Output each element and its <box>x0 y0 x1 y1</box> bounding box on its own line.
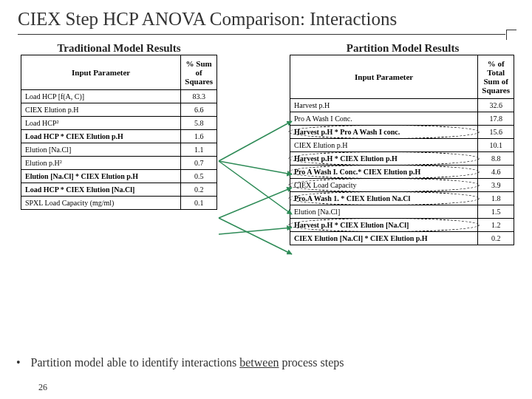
right-param-cell: Pro A Wash I Conc. <box>290 112 478 126</box>
svg-line-1 <box>219 161 292 174</box>
right-param-cell: Harvest p.H * Pro A Wash I conc. <box>290 126 478 139</box>
svg-line-5 <box>219 228 292 234</box>
table-row: Load HCP [f(A, C)]83.3 <box>21 90 217 103</box>
partition-table: Input Parameter % of Total Sum of Square… <box>290 55 514 245</box>
bullet-post: process steps <box>279 356 344 369</box>
left-value-cell: 83.3 <box>181 90 217 103</box>
table-row: Pro A Wash I. Conc.* CIEX Elution p.H4.6 <box>290 166 514 179</box>
left-value-cell: 0.2 <box>181 183 217 197</box>
right-value-cell: 1.5 <box>478 205 514 219</box>
left-value-cell: 5.8 <box>181 117 217 130</box>
highlight-ellipse <box>288 178 480 192</box>
left-value-cell: 0.5 <box>181 170 217 183</box>
svg-line-2 <box>219 161 292 214</box>
table-row: Load HCP * CIEX Elution [Na.Cl]0.2 <box>21 183 217 197</box>
bullet-pre: Partition model able to identify interac… <box>31 356 240 369</box>
table-row: Harvest p.H * CIEX Elution p.H8.8 <box>290 152 514 166</box>
bullet-icon: • <box>16 356 21 369</box>
right-value-cell: 1.2 <box>478 219 514 232</box>
right-table-block: Partition Model Results Input Parameter … <box>290 42 516 245</box>
right-col1-header: Input Parameter <box>290 55 478 99</box>
left-value-cell: 0.7 <box>181 157 217 170</box>
right-subtitle: Partition Model Results <box>290 42 516 55</box>
left-table-block: Traditional Model Results Input Paramete… <box>21 42 217 210</box>
highlight-ellipse <box>288 218 480 232</box>
left-param-cell: Load HCP * CIEX Elution p.H <box>21 130 181 143</box>
left-param-cell: Load HCP [f(A, C)] <box>21 90 181 103</box>
left-subtitle: Traditional Model Results <box>21 42 217 55</box>
slide-number: 26 <box>38 382 47 393</box>
right-param-cell: Pro.A Wash 1. * CIEX Elution Na.Cl <box>290 192 478 205</box>
traditional-table: Input Parameter % Sum of Squares Load HC… <box>21 55 217 210</box>
table-row: CIEX Elution [Na.Cl] * CIEX Elution p.H0… <box>290 232 514 245</box>
left-param-cell: CIEX Elution p.H <box>21 103 181 117</box>
table-row: Load HCP * CIEX Elution p.H1.6 <box>21 130 217 143</box>
left-param-cell: Load HCP² <box>21 117 181 130</box>
right-param-cell: Harvest p.H * CIEX Elution p.H <box>290 152 478 166</box>
table-row: Pro.A Wash 1. * CIEX Elution Na.Cl1.8 <box>290 192 514 205</box>
right-value-cell: 8.8 <box>478 152 514 166</box>
table-row: Harvest p.H * Pro A Wash I conc.15.6 <box>290 126 514 139</box>
table-row: Pro A Wash I Conc.17.8 <box>290 112 514 126</box>
svg-line-3 <box>219 188 292 218</box>
table-row: Harvest p.H32.6 <box>290 99 514 112</box>
table-row: CIEX Elution p.H6.6 <box>21 103 217 117</box>
table-row: CIEX Elution p.H10.1 <box>290 139 514 152</box>
right-value-cell: 3.9 <box>478 179 514 192</box>
right-col2-header: % of Total Sum of Squares <box>478 55 514 99</box>
highlight-ellipse <box>288 125 480 139</box>
bullet-uline: between <box>239 356 279 369</box>
highlight-ellipse <box>288 151 480 166</box>
right-value-cell: 4.6 <box>478 166 514 179</box>
table-row: SPXL Load Capacity (mg/ml)0.1 <box>21 197 217 210</box>
left-value-cell: 6.6 <box>181 103 217 117</box>
title-decoration <box>506 30 516 40</box>
svg-line-4 <box>219 218 292 254</box>
page-title: CIEX Step HCP ANOVA Comparison: Interact… <box>18 9 505 35</box>
right-param-cell: Harvest p.H <box>290 99 478 112</box>
right-value-cell: 32.6 <box>478 99 514 112</box>
right-value-cell: 17.8 <box>478 112 514 126</box>
left-value-cell: 1.6 <box>181 130 217 143</box>
table-row: Elution [Na.Cl]1.1 <box>21 143 217 157</box>
table-row: CIEX Load Capacity3.9 <box>290 179 514 192</box>
right-param-cell: Elution [Na.Cl] <box>290 205 478 219</box>
left-col1-header: Input Parameter <box>21 55 181 90</box>
highlight-ellipse <box>288 191 480 205</box>
conclusion-bullet: • Partition model able to identify inter… <box>16 356 344 369</box>
right-param-cell: CIEX Elution p.H <box>290 139 478 152</box>
table-row: Elution p.H²0.7 <box>21 157 217 170</box>
left-param-cell: Load HCP * CIEX Elution [Na.Cl] <box>21 183 181 197</box>
left-param-cell: Elution p.H² <box>21 157 181 170</box>
right-value-cell: 1.8 <box>478 192 514 205</box>
right-param-cell: Harvest p.H * CIEX Elution [Na.Cl] <box>290 219 478 232</box>
highlight-ellipse <box>288 165 480 179</box>
table-row: Elution [Na.Cl]1.5 <box>290 205 514 219</box>
right-value-cell: 10.1 <box>478 139 514 152</box>
right-param-cell: CIEX Load Capacity <box>290 179 478 192</box>
left-param-cell: SPXL Load Capacity (mg/ml) <box>21 197 181 210</box>
left-value-cell: 1.1 <box>181 143 217 157</box>
right-param-cell: CIEX Elution [Na.Cl] * CIEX Elution p.H <box>290 232 478 245</box>
right-param-cell: Pro A Wash I. Conc.* CIEX Elution p.H <box>290 166 478 179</box>
left-param-cell: Elution [Na.Cl] * CIEX Elution p.H <box>21 170 181 183</box>
table-row: Harvest p.H * CIEX Elution [Na.Cl]1.2 <box>290 219 514 232</box>
left-value-cell: 0.1 <box>181 197 217 210</box>
table-row: Load HCP²5.8 <box>21 117 217 130</box>
left-param-cell: Elution [Na.Cl] <box>21 143 181 157</box>
table-row: Elution [Na.Cl] * CIEX Elution p.H0.5 <box>21 170 217 183</box>
svg-line-0 <box>219 121 292 161</box>
right-value-cell: 0.2 <box>478 232 514 245</box>
left-col2-header: % Sum of Squares <box>181 55 217 90</box>
right-value-cell: 15.6 <box>478 126 514 139</box>
